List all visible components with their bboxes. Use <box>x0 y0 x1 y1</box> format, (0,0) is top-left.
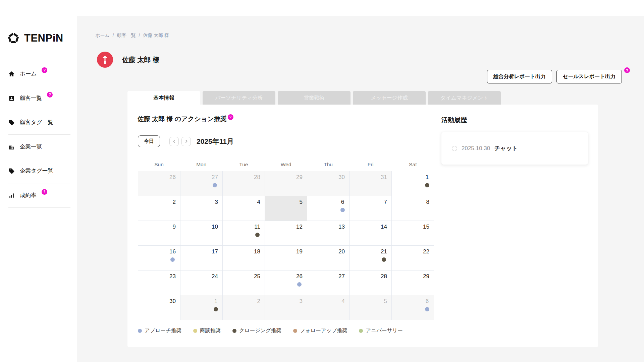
day-content: 19 <box>296 248 303 255</box>
calendar-prev-button[interactable] <box>169 137 179 146</box>
calendar-day-cell[interactable]: 14 <box>350 221 392 246</box>
calendar-day-cell[interactable]: 31 <box>350 171 392 196</box>
help-badge-icon[interactable]: ? <box>228 114 233 120</box>
calendar-day-cell[interactable]: 26 <box>265 270 307 295</box>
tab-営業戦術[interactable]: 営業戦術 <box>278 91 351 105</box>
brand-logo[interactable]: TENPiN <box>6 31 77 46</box>
day-content: 27 <box>338 273 345 280</box>
breadcrumb-item[interactable]: 顧客一覧 <box>117 33 136 39</box>
today-button[interactable]: 今日 <box>138 135 160 147</box>
day-number: 20 <box>338 248 345 255</box>
legend-item-approach: アプローチ推奨 <box>138 327 181 334</box>
calendar-day-cell[interactable]: 27 <box>307 270 350 295</box>
sidebar-item-label: 成約率 <box>20 192 37 199</box>
calendar-day-cell[interactable]: 5 <box>350 295 392 320</box>
help-badge-icon[interactable]: ? <box>624 67 630 73</box>
day-content: 28 <box>381 273 387 280</box>
calendar-day-cell[interactable]: 23 <box>138 270 180 295</box>
calendar-day-cell[interactable]: 20 <box>307 246 350 270</box>
calendar-day-cell[interactable]: 15 <box>392 221 434 246</box>
tab-タイムマネジメント[interactable]: タイムマネジメント <box>428 91 501 105</box>
closing-dot-icon <box>425 183 429 187</box>
month-label: 2025年11月 <box>197 137 234 146</box>
calendar-day-cell[interactable]: 9 <box>138 221 180 246</box>
day-number: 6 <box>426 298 429 305</box>
calendar-day-cell[interactable]: 7 <box>350 196 392 221</box>
sidebar-item-label: 企業一覧 <box>20 143 42 150</box>
sidebar-item-tag[interactable]: 企業タグ一覧 <box>0 159 77 183</box>
calendar-day-cell[interactable]: 29 <box>392 270 434 295</box>
help-badge-icon[interactable]: ? <box>42 67 47 73</box>
sidebar-item-building[interactable]: 企業一覧 <box>0 135 77 159</box>
calendar-day-cell[interactable]: 10 <box>180 221 223 246</box>
calendar-day-cell[interactable]: 28 <box>223 171 265 196</box>
sidebar-item-label: 顧客タグ一覧 <box>20 119 53 126</box>
calendar-day-cell[interactable]: 2 <box>138 196 180 221</box>
calendar-day-cell[interactable]: 1 <box>392 171 434 196</box>
calendar-day-cell[interactable]: 24 <box>180 270 223 295</box>
calendar-day-cell[interactable]: 30 <box>138 295 180 320</box>
bar-chart-icon <box>8 192 15 199</box>
sidebar-item-tag[interactable]: 顧客タグ一覧 <box>0 110 77 134</box>
report-buttons: 総合分析レポート出力セールスレポート出力? <box>487 70 630 83</box>
weekday-label: Fri <box>350 162 392 168</box>
calendar-day-cell[interactable]: 28 <box>350 270 392 295</box>
sidebar-item-home[interactable]: ホーム? <box>0 62 77 86</box>
report-export-button[interactable]: セールスレポート出力 <box>556 70 622 83</box>
calendar-day-cell[interactable]: 27 <box>180 171 223 196</box>
day-number: 30 <box>169 298 176 305</box>
calendar-day-cell[interactable]: 5 <box>265 196 307 221</box>
calendar-day-cell[interactable]: 21 <box>350 246 392 270</box>
activity-list-item[interactable]: 2025.10.30チャット <box>452 144 580 152</box>
day-number: 19 <box>296 248 303 255</box>
calendar-day-cell[interactable]: 6 <box>307 196 350 221</box>
legend-label: 商談推奨 <box>200 327 221 334</box>
sidebar-item-id-card[interactable]: 顧客一覧? <box>0 86 77 110</box>
calendar-day-cell[interactable]: 16 <box>138 246 180 270</box>
sidebar-item-label: ホーム <box>20 70 37 77</box>
calendar-day-cell[interactable]: 13 <box>307 221 350 246</box>
breadcrumb-item[interactable]: ホーム <box>95 33 110 39</box>
calendar-day-cell[interactable]: 17 <box>180 246 223 270</box>
day-number: 12 <box>296 223 303 231</box>
tab-基本情報[interactable]: 基本情報 <box>127 91 200 105</box>
day-content: 14 <box>381 223 387 231</box>
calendar-day-cell[interactable]: 3 <box>265 295 307 320</box>
calendar-day-cell[interactable]: 12 <box>265 221 307 246</box>
activity-type: チャット <box>494 144 518 152</box>
day-content: 27 <box>212 174 218 187</box>
calendar-legend: アプローチ推奨商談推奨クロージング推奨フォローアップ推奨アニバーサリー <box>138 327 403 334</box>
calendar-next-button[interactable] <box>181 137 191 146</box>
calendar-day-cell[interactable]: 22 <box>392 246 434 270</box>
day-content: 5 <box>300 198 303 206</box>
report-export-button[interactable]: 総合分析レポート出力 <box>487 70 552 83</box>
help-badge-icon[interactable]: ? <box>47 92 53 98</box>
day-number: 2 <box>173 198 176 206</box>
calendar-day-cell[interactable]: 1 <box>180 295 223 320</box>
day-number: 21 <box>381 248 387 255</box>
calendar-day-cell[interactable]: 18 <box>223 246 265 270</box>
calendar-day-cell[interactable]: 26 <box>138 171 180 196</box>
calendar-day-cell[interactable]: 19 <box>265 246 307 270</box>
pentagon-logo-icon <box>6 31 21 46</box>
calendar-toolbar: 今日 2025年11月 <box>138 135 234 147</box>
calendar-day-cell[interactable]: 3 <box>180 196 223 221</box>
calendar-section-title: 佐藤 太郎 様 のアクション推奨? <box>138 115 233 123</box>
calendar-day-cell[interactable]: 4 <box>223 196 265 221</box>
content-panel: 佐藤 太郎 様 のアクション推奨? 今日 2025年11月 SunMonTueW… <box>127 105 598 347</box>
day-number: 8 <box>426 198 429 206</box>
calendar-day-cell[interactable]: 2 <box>223 295 265 320</box>
calendar-day-cell[interactable]: 4 <box>307 295 350 320</box>
tab-パーソナリティ分析[interactable]: パーソナリティ分析 <box>203 91 275 105</box>
activity-history-title: 活動履歴 <box>441 116 588 124</box>
tab-メッセージ作成[interactable]: メッセージ作成 <box>353 91 426 105</box>
calendar-day-cell[interactable]: 30 <box>307 171 350 196</box>
help-badge-icon[interactable]: ? <box>42 189 47 195</box>
sidebar-item-bar-chart[interactable]: 成約率? <box>0 183 77 207</box>
calendar-day-cell[interactable]: 11 <box>223 221 265 246</box>
calendar-day-cell[interactable]: 8 <box>392 196 434 221</box>
calendar-day-cell[interactable]: 29 <box>265 171 307 196</box>
day-content: 13 <box>338 223 345 231</box>
calendar-day-cell[interactable]: 6 <box>392 295 434 320</box>
calendar-day-cell[interactable]: 25 <box>223 270 265 295</box>
